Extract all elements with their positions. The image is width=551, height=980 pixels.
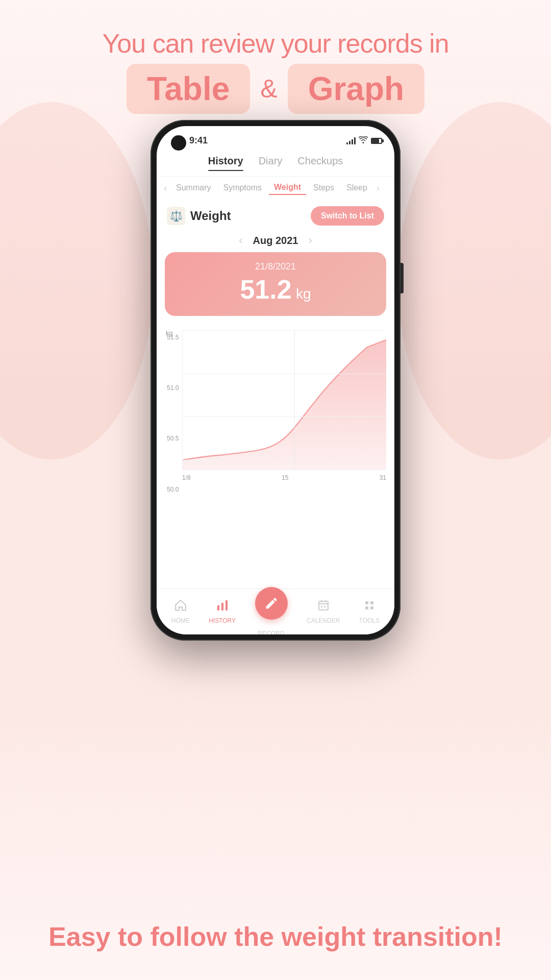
svg-rect-7 <box>321 606 322 607</box>
svg-rect-11 <box>365 606 368 609</box>
chart-y-tick-500: 50.0 <box>167 486 179 493</box>
nav-label-history: HISTORY <box>209 617 236 624</box>
heading-line1: You can review your records in <box>0 28 551 59</box>
graph-tag: Graph <box>288 64 424 114</box>
svg-rect-8 <box>324 606 325 607</box>
nav-label-home: HOME <box>171 617 190 624</box>
weight-title-group: ⚖️ Weight <box>167 207 231 225</box>
svg-rect-12 <box>370 606 373 609</box>
card-value-row: 51.2 kg <box>175 274 376 305</box>
bottom-caption: Easy to follow the weight transition! <box>0 921 551 952</box>
home-icon <box>174 599 187 615</box>
tools-icon <box>363 599 376 615</box>
main-nav-tabs: History Diary Checkups <box>157 150 394 177</box>
record-button[interactable] <box>255 587 288 620</box>
bottom-navigation: HOME HISTORY <box>157 589 394 634</box>
ampersand-text: & <box>260 74 277 104</box>
nav-item-home[interactable]: HOME <box>171 599 190 624</box>
top-heading: You can review your records in Table & G… <box>0 28 551 114</box>
nav-item-record[interactable]: RECORD <box>255 587 288 635</box>
chart-x-tick-1: 1/8 <box>182 474 191 481</box>
status-icons <box>346 136 382 145</box>
phone-frame: 9:41 <box>151 120 400 641</box>
chart-y-tick-505: 50.5 <box>167 435 179 442</box>
heading-line2: Table & Graph <box>0 64 551 114</box>
svg-rect-10 <box>370 601 373 604</box>
month-prev-arrow[interactable]: ‹ <box>239 234 242 247</box>
nav-label-calender: CALENDER <box>307 617 340 624</box>
bg-decoration-left <box>0 102 153 459</box>
svg-rect-1 <box>221 603 223 610</box>
chart-y-tick-510: 51.0 <box>167 384 179 391</box>
chart-y-tick-515: 51.5 <box>167 334 179 341</box>
weight-header: ⚖️ Weight Switch to List <box>157 199 394 231</box>
bg-decoration-right <box>398 102 551 459</box>
card-weight-unit: kg <box>296 286 311 302</box>
table-tag: Table <box>127 64 250 114</box>
tab-checkups[interactable]: Checkups <box>297 155 343 171</box>
grid-line-2 <box>183 374 386 374</box>
sub-tab-summary[interactable]: Summary <box>171 181 216 194</box>
battery-icon <box>371 138 382 144</box>
nav-label-record: RECORD <box>258 630 285 635</box>
history-icon <box>216 599 229 615</box>
phone-screen: 9:41 <box>157 126 394 634</box>
time-display: 9:41 <box>189 135 208 146</box>
weight-chart: kg 51.5 51.0 50.5 50.0 <box>165 322 386 485</box>
card-date: 21/8/2021 <box>175 261 376 272</box>
svg-rect-9 <box>365 601 368 604</box>
grid-line-4 <box>183 460 386 460</box>
tab-diary[interactable]: Diary <box>259 155 283 171</box>
calender-icon <box>317 599 330 615</box>
month-navigator: ‹ Aug 2021 › <box>157 231 394 252</box>
sub-tab-next-arrow[interactable]: › <box>374 183 382 193</box>
weight-date-card: 21/8/2021 51.2 kg <box>165 252 386 316</box>
chart-plot-area <box>182 330 386 470</box>
svg-rect-2 <box>226 600 228 610</box>
sub-tab-prev-arrow[interactable]: ‹ <box>162 183 169 193</box>
wifi-icon <box>359 136 368 145</box>
svg-rect-3 <box>319 601 328 610</box>
status-bar: 9:41 <box>157 126 394 150</box>
sub-nav-tabs: ‹ Summary Symptoms Weight Steps Sleep › <box>157 177 394 199</box>
sub-tab-steps[interactable]: Steps <box>308 181 339 194</box>
chart-x-tick-31: 31 <box>380 474 386 481</box>
month-label: Aug 2021 <box>253 235 298 247</box>
svg-rect-0 <box>217 605 219 610</box>
card-weight-value: 51.2 <box>240 275 291 304</box>
chart-x-ticks: 1/8 15 31 <box>182 474 386 481</box>
sub-tab-sleep[interactable]: Sleep <box>341 181 372 194</box>
signal-icon <box>346 137 356 144</box>
phone-mockup: 9:41 <box>151 120 400 641</box>
nav-item-tools[interactable]: TOOLS <box>359 599 380 624</box>
chart-x-tick-15: 15 <box>282 474 288 481</box>
switch-to-list-button[interactable]: Switch to List <box>311 206 384 226</box>
nav-item-history[interactable]: HISTORY <box>209 599 236 624</box>
month-next-arrow[interactable]: › <box>308 234 312 247</box>
tab-history[interactable]: History <box>208 155 243 171</box>
weight-title-text: Weight <box>190 209 231 223</box>
nav-item-calender[interactable]: CALENDER <box>307 599 340 624</box>
grid-line-3 <box>183 416 386 417</box>
side-button <box>400 263 404 293</box>
nav-label-tools: TOOLS <box>359 617 380 624</box>
chart-vertical-guide <box>294 330 295 470</box>
camera-notch <box>171 135 186 151</box>
sub-tab-symptoms[interactable]: Symptoms <box>218 181 267 194</box>
chart-svg <box>183 330 386 470</box>
weight-icon: ⚖️ <box>167 207 185 225</box>
sub-tab-weight[interactable]: Weight <box>269 181 306 195</box>
grid-line-1 <box>183 330 386 331</box>
